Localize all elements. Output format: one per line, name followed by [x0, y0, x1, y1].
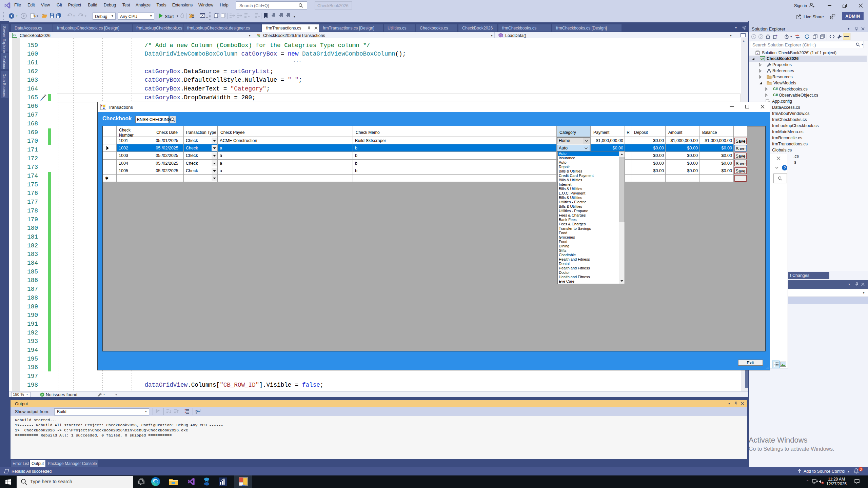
svg-text:c: c: [196, 411, 197, 414]
